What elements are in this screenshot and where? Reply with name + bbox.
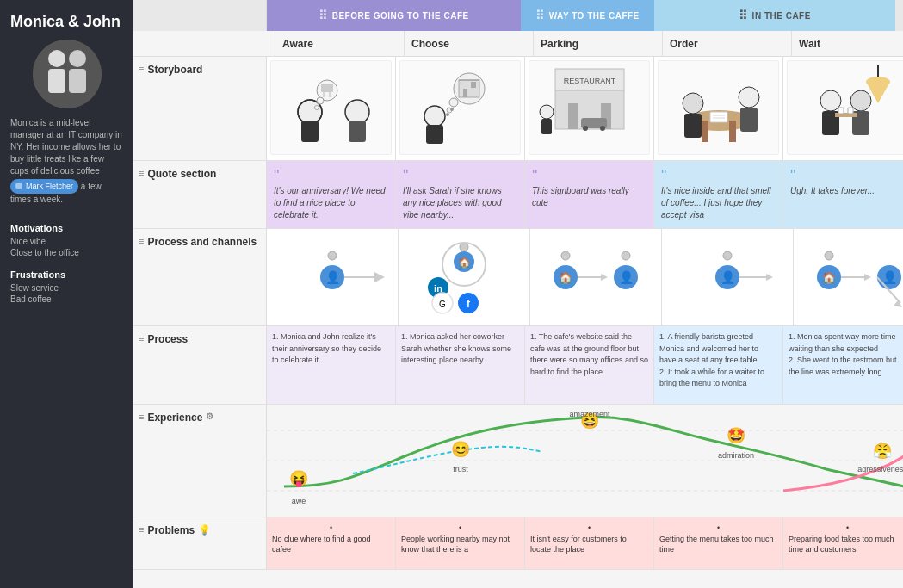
svg-text:admiration: admiration xyxy=(718,451,754,460)
motivations-label: Motivations xyxy=(10,223,123,233)
process-channels-row: ≡ Process and channels 👤 xyxy=(133,229,903,326)
problem-cell-1: • People working nearby may not know tha… xyxy=(396,517,525,569)
process-text-3: 1. A friendly barista greeted Monica and… xyxy=(659,331,777,390)
persona-desc: Monica is a mid-level manager at an IT c… xyxy=(10,117,123,206)
problem-cell-3: • Getting the menu takes too much time xyxy=(654,517,783,569)
storyboard-label: ≡ Storyboard xyxy=(133,57,267,160)
svg-rect-2 xyxy=(48,69,65,93)
svg-marker-82 xyxy=(766,274,773,281)
process-icon: ≡ xyxy=(139,333,144,344)
svg-rect-24 xyxy=(426,125,443,144)
svg-text:trust: trust xyxy=(453,465,468,473)
quote-cell-0: " It's our anniversary! We need to find … xyxy=(267,161,396,228)
problems-cells: • No clue where to find a good cafee • P… xyxy=(267,517,903,569)
svg-marker-74 xyxy=(601,274,608,281)
experience-row: ≡ Experience ⚙ xyxy=(133,405,903,517)
phase-way: ⠿ Way to the caffe xyxy=(521,0,654,31)
process-cell-1: 1. Monica asked her coworker Sarah wheth… xyxy=(396,326,525,404)
process-cells: 1. Monica and John realize it's their an… xyxy=(267,326,903,404)
experience-chart: 😝 awe 😊 trust 😆 amazement 🤩 admiration xyxy=(267,405,903,517)
quote-text-2: This signboard was really cute xyxy=(532,185,646,209)
process-text-0: 1. Monica and John realize it's their an… xyxy=(272,331,390,367)
channels-cell-3: 👤 xyxy=(662,229,794,325)
quote-mark-4: " xyxy=(790,168,795,183)
phases-header: ⠿ Before going to the cafe ⠿ Way to the … xyxy=(133,0,903,31)
storyboard-img-order xyxy=(658,60,779,155)
col-choose: Choose xyxy=(405,31,534,56)
svg-text:😊: 😊 xyxy=(451,440,471,459)
svg-text:agressiveness: agressiveness xyxy=(857,465,903,473)
experience-icon: ≡ xyxy=(139,412,144,422)
quote-icon: ≡ xyxy=(139,168,144,178)
channels-cell-1: in 🏠 G f xyxy=(399,229,530,325)
svg-rect-30 xyxy=(568,103,578,129)
svg-rect-56 xyxy=(848,108,853,114)
quote-cell-4: " Ugh. It takes forever... xyxy=(783,161,903,228)
quote-mark-2: " xyxy=(532,168,537,183)
process-text-2: 1. The cafe's website said the cafe was … xyxy=(530,331,648,378)
svg-rect-41 xyxy=(740,108,758,132)
avatar-illustration xyxy=(33,40,102,108)
quote-cell-2: " This signboard was really cute xyxy=(525,161,654,228)
main-content: ⠿ Before going to the cafe ⠿ Way to the … xyxy=(133,0,903,588)
quote-cell-3: " It's nice inside and that smell of cof… xyxy=(654,161,783,228)
svg-text:👤: 👤 xyxy=(619,270,634,285)
svg-point-10 xyxy=(314,106,319,110)
svg-point-34 xyxy=(600,126,605,131)
storyboard-cell-aware xyxy=(267,57,396,160)
storyboard-cells: RESTAURANT xyxy=(267,57,903,160)
svg-point-35 xyxy=(540,105,554,119)
svg-point-52 xyxy=(850,90,871,111)
sidebar: Monica & John Monica is a mid-level mana… xyxy=(0,0,133,588)
storyboard-img-choose xyxy=(399,60,521,155)
svg-rect-39 xyxy=(729,121,736,142)
phase-in: ⠿ In the cafe xyxy=(654,0,895,31)
quote-text-4: Ugh. It takes forever... xyxy=(790,185,875,197)
svg-point-17 xyxy=(449,98,458,107)
problem-cell-4: • Preparing food takes too much time and… xyxy=(783,517,903,569)
col-headers: Aware Choose Parking Order Wait xyxy=(133,31,903,57)
svg-rect-4 xyxy=(69,69,86,93)
storyboard-cell-wait xyxy=(783,57,903,160)
svg-point-42 xyxy=(683,93,703,114)
problems-bulb-icon: 💡 xyxy=(198,524,211,536)
process-label: ≡ Process xyxy=(133,326,267,404)
svg-rect-11 xyxy=(321,84,333,92)
svg-rect-43 xyxy=(684,114,702,138)
svg-marker-89 xyxy=(864,274,871,281)
svg-point-50 xyxy=(820,90,841,111)
svg-point-26 xyxy=(446,113,449,116)
storyboard-img-aware xyxy=(270,60,392,155)
channels-cell-2: 🏠 👤 xyxy=(530,229,662,325)
col-wait: Wait xyxy=(792,31,903,56)
svg-text:👤: 👤 xyxy=(325,270,341,285)
process-channels-cells: 👤 in 🏠 xyxy=(267,229,903,325)
svg-text:in: in xyxy=(434,283,442,294)
phase-dots-in: ⠿ xyxy=(739,9,748,22)
quote-mark-1: " xyxy=(403,168,408,183)
svg-point-83 xyxy=(825,251,833,260)
svg-marker-91 xyxy=(894,300,902,307)
svg-rect-20 xyxy=(463,89,467,97)
quote-label: ≡ Quote section xyxy=(133,161,267,228)
experience-settings-icon[interactable]: ⚙ xyxy=(206,412,213,421)
process-row: ≡ Process 1. Monica and John realize it'… xyxy=(133,326,903,405)
svg-rect-19 xyxy=(459,80,479,97)
tag-badge[interactable]: Mark Fletcher xyxy=(10,179,78,194)
motivation-1: Nice vibe xyxy=(10,237,123,246)
svg-rect-38 xyxy=(702,121,708,142)
process-channels-label: ≡ Process and channels xyxy=(133,229,267,325)
svg-rect-36 xyxy=(541,119,552,134)
phase-before: ⠿ Before going to the cafe xyxy=(267,0,521,31)
process-cell-0: 1. Monica and John realize it's their an… xyxy=(267,326,396,404)
col-order: Order xyxy=(663,31,792,56)
svg-rect-21 xyxy=(471,82,476,88)
svg-text:🤩: 🤩 xyxy=(727,426,746,445)
svg-text:amazement: amazement xyxy=(569,410,610,418)
quote-mark-3: " xyxy=(661,168,666,183)
content-scroll[interactable]: ≡ Storyboard xyxy=(133,57,903,588)
col-aware: Aware xyxy=(275,31,405,56)
svg-text:awe: awe xyxy=(292,497,306,505)
frustration-2: Bad coffee xyxy=(10,294,123,304)
storyboard-img-parking: RESTAURANT xyxy=(529,60,650,155)
